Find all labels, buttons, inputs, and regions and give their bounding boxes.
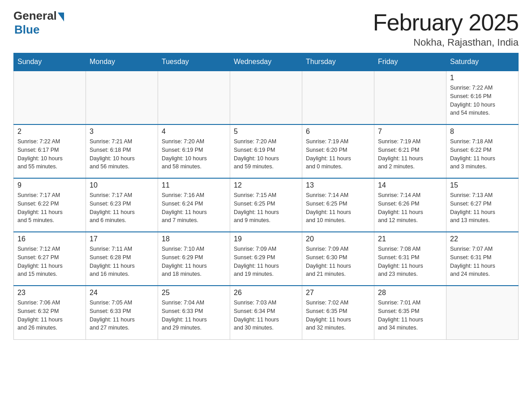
calendar-day-cell: 5Sunrise: 7:20 AM Sunset: 6:19 PM Daylig… — [230, 124, 302, 178]
calendar-day-cell: 8Sunrise: 7:18 AM Sunset: 6:22 PM Daylig… — [446, 124, 519, 178]
day-number: 5 — [234, 128, 298, 136]
day-number: 15 — [450, 181, 515, 189]
calendar-table: SundayMondayTuesdayWednesdayThursdayFrid… — [13, 53, 519, 340]
calendar-day-cell: 26Sunrise: 7:03 AM Sunset: 6:34 PM Dayli… — [230, 286, 302, 339]
day-info: Sunrise: 7:09 AM Sunset: 6:29 PM Dayligh… — [234, 245, 298, 278]
calendar-day-cell: 3Sunrise: 7:21 AM Sunset: 6:18 PM Daylig… — [86, 124, 158, 178]
day-number: 24 — [90, 289, 154, 297]
day-number: 22 — [450, 235, 515, 243]
day-info: Sunrise: 7:22 AM Sunset: 6:16 PM Dayligh… — [450, 84, 515, 117]
logo-triangle-icon — [58, 13, 64, 21]
calendar-day-cell: 10Sunrise: 7:17 AM Sunset: 6:23 PM Dayli… — [86, 178, 158, 232]
weekday-header-friday: Friday — [374, 53, 446, 71]
weekday-header-monday: Monday — [86, 53, 158, 71]
day-number: 12 — [234, 181, 298, 189]
weekday-header-saturday: Saturday — [446, 53, 519, 71]
day-info: Sunrise: 7:01 AM Sunset: 6:35 PM Dayligh… — [378, 299, 442, 332]
day-number: 26 — [234, 289, 298, 297]
day-number: 9 — [17, 181, 82, 189]
calendar-day-cell: 15Sunrise: 7:13 AM Sunset: 6:27 PM Dayli… — [446, 178, 519, 232]
day-number: 16 — [17, 235, 82, 243]
day-number: 14 — [378, 181, 442, 189]
day-number: 13 — [306, 181, 370, 189]
day-info: Sunrise: 7:22 AM Sunset: 6:17 PM Dayligh… — [17, 137, 82, 171]
day-info: Sunrise: 7:11 AM Sunset: 6:28 PM Dayligh… — [90, 245, 154, 278]
day-info: Sunrise: 7:18 AM Sunset: 6:22 PM Dayligh… — [450, 137, 515, 171]
calendar-day-cell: 19Sunrise: 7:09 AM Sunset: 6:29 PM Dayli… — [230, 232, 302, 286]
logo-blue-text: Blue — [14, 23, 39, 37]
calendar-day-cell: 6Sunrise: 7:19 AM Sunset: 6:20 PM Daylig… — [302, 124, 374, 178]
day-number: 25 — [162, 289, 226, 297]
page-header: General Blue February 2025 Nokha, Rajast… — [13, 9, 519, 48]
day-number: 2 — [17, 128, 82, 136]
day-info: Sunrise: 7:17 AM Sunset: 6:23 PM Dayligh… — [90, 191, 154, 225]
calendar-day-cell — [86, 71, 158, 124]
day-info: Sunrise: 7:05 AM Sunset: 6:33 PM Dayligh… — [90, 299, 154, 332]
day-number: 8 — [450, 128, 515, 136]
location-text: Nokha, Rajasthan, India — [373, 37, 519, 48]
day-number: 19 — [234, 235, 298, 243]
title-section: February 2025 Nokha, Rajasthan, India — [373, 9, 519, 48]
calendar-week-3: 9Sunrise: 7:17 AM Sunset: 6:22 PM Daylig… — [14, 178, 519, 232]
day-info: Sunrise: 7:02 AM Sunset: 6:35 PM Dayligh… — [306, 299, 370, 332]
calendar-day-cell: 17Sunrise: 7:11 AM Sunset: 6:28 PM Dayli… — [86, 232, 158, 286]
day-info: Sunrise: 7:21 AM Sunset: 6:18 PM Dayligh… — [90, 137, 154, 171]
day-info: Sunrise: 7:19 AM Sunset: 6:21 PM Dayligh… — [378, 137, 442, 171]
day-info: Sunrise: 7:19 AM Sunset: 6:20 PM Dayligh… — [306, 137, 370, 171]
calendar-week-1: 1Sunrise: 7:22 AM Sunset: 6:16 PM Daylig… — [14, 71, 519, 124]
day-number: 20 — [306, 235, 370, 243]
calendar-day-cell: 27Sunrise: 7:02 AM Sunset: 6:35 PM Dayli… — [302, 286, 374, 339]
calendar-day-cell: 23Sunrise: 7:06 AM Sunset: 6:32 PM Dayli… — [14, 286, 86, 339]
weekday-header-thursday: Thursday — [302, 53, 374, 71]
calendar-week-5: 23Sunrise: 7:06 AM Sunset: 6:32 PM Dayli… — [14, 286, 519, 339]
weekday-header-tuesday: Tuesday — [158, 53, 230, 71]
day-info: Sunrise: 7:17 AM Sunset: 6:22 PM Dayligh… — [17, 191, 82, 225]
day-info: Sunrise: 7:15 AM Sunset: 6:25 PM Dayligh… — [234, 191, 298, 225]
day-number: 4 — [162, 128, 226, 136]
calendar-day-cell: 2Sunrise: 7:22 AM Sunset: 6:17 PM Daylig… — [14, 124, 86, 178]
day-number: 11 — [162, 181, 226, 189]
day-info: Sunrise: 7:06 AM Sunset: 6:32 PM Dayligh… — [17, 299, 82, 332]
day-number: 23 — [17, 289, 82, 297]
day-info: Sunrise: 7:07 AM Sunset: 6:31 PM Dayligh… — [450, 245, 515, 278]
calendar-week-4: 16Sunrise: 7:12 AM Sunset: 6:27 PM Dayli… — [14, 232, 519, 286]
day-number: 1 — [450, 74, 515, 82]
day-info: Sunrise: 7:08 AM Sunset: 6:31 PM Dayligh… — [378, 245, 442, 278]
calendar-day-cell — [230, 71, 302, 124]
day-number: 10 — [90, 181, 154, 189]
calendar-day-cell — [446, 286, 519, 339]
day-number: 27 — [306, 289, 370, 297]
day-number: 28 — [378, 289, 442, 297]
calendar-week-2: 2Sunrise: 7:22 AM Sunset: 6:17 PM Daylig… — [14, 124, 519, 178]
day-info: Sunrise: 7:10 AM Sunset: 6:29 PM Dayligh… — [162, 245, 226, 278]
day-number: 3 — [90, 128, 154, 136]
calendar-day-cell: 13Sunrise: 7:14 AM Sunset: 6:25 PM Dayli… — [302, 178, 374, 232]
day-info: Sunrise: 7:12 AM Sunset: 6:27 PM Dayligh… — [17, 245, 82, 278]
day-info: Sunrise: 7:09 AM Sunset: 6:30 PM Dayligh… — [306, 245, 370, 278]
calendar-day-cell: 20Sunrise: 7:09 AM Sunset: 6:30 PM Dayli… — [302, 232, 374, 286]
calendar-day-cell: 28Sunrise: 7:01 AM Sunset: 6:35 PM Dayli… — [374, 286, 446, 339]
calendar-day-cell — [158, 71, 230, 124]
day-info: Sunrise: 7:20 AM Sunset: 6:19 PM Dayligh… — [162, 137, 226, 171]
calendar-day-cell: 1Sunrise: 7:22 AM Sunset: 6:16 PM Daylig… — [446, 71, 519, 124]
calendar-day-cell: 11Sunrise: 7:16 AM Sunset: 6:24 PM Dayli… — [158, 178, 230, 232]
day-info: Sunrise: 7:13 AM Sunset: 6:27 PM Dayligh… — [450, 191, 515, 225]
day-info: Sunrise: 7:20 AM Sunset: 6:19 PM Dayligh… — [234, 137, 298, 171]
logo-general-text: General — [13, 9, 57, 23]
calendar-day-cell: 12Sunrise: 7:15 AM Sunset: 6:25 PM Dayli… — [230, 178, 302, 232]
calendar-day-cell: 22Sunrise: 7:07 AM Sunset: 6:31 PM Dayli… — [446, 232, 519, 286]
day-info: Sunrise: 7:14 AM Sunset: 6:26 PM Dayligh… — [378, 191, 442, 225]
calendar-day-cell — [374, 71, 446, 124]
weekday-header-wednesday: Wednesday — [230, 53, 302, 71]
day-number: 18 — [162, 235, 226, 243]
logo: General Blue — [13, 9, 64, 37]
calendar-day-cell — [302, 71, 374, 124]
month-title: February 2025 — [373, 9, 519, 36]
calendar-day-cell: 4Sunrise: 7:20 AM Sunset: 6:19 PM Daylig… — [158, 124, 230, 178]
day-number: 17 — [90, 235, 154, 243]
calendar-day-cell: 18Sunrise: 7:10 AM Sunset: 6:29 PM Dayli… — [158, 232, 230, 286]
day-info: Sunrise: 7:03 AM Sunset: 6:34 PM Dayligh… — [234, 299, 298, 332]
calendar-day-cell: 14Sunrise: 7:14 AM Sunset: 6:26 PM Dayli… — [374, 178, 446, 232]
calendar-day-cell: 25Sunrise: 7:04 AM Sunset: 6:33 PM Dayli… — [158, 286, 230, 339]
day-number: 6 — [306, 128, 370, 136]
